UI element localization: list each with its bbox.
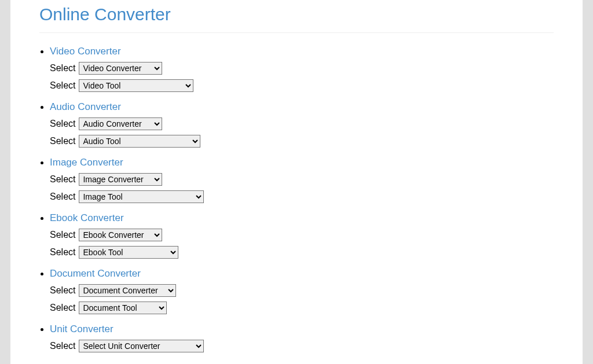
list-item: Ebook Converter Select Ebook Converter S… <box>50 210 554 259</box>
document-converter-link[interactable]: Document Converter <box>50 268 141 280</box>
list-item: Document Converter Select Document Conve… <box>50 266 554 314</box>
converter-list: Video Converter Select Video Converter S… <box>39 43 554 352</box>
image-tool-select[interactable]: Image Tool <box>79 190 204 203</box>
document-converter-select[interactable]: Document Converter <box>79 284 176 297</box>
audio-converter-select[interactable]: Audio Converter <box>79 117 162 130</box>
select-label: Select <box>50 63 75 73</box>
audio-converter-link[interactable]: Audio Converter <box>50 101 121 113</box>
select-row: Select Image Converter <box>50 173 554 186</box>
image-converter-link[interactable]: Image Converter <box>50 157 123 168</box>
select-row: Select Image Tool <box>50 190 554 203</box>
select-row: Select Ebook Tool <box>50 246 554 259</box>
unit-converter-select[interactable]: Select Unit Converter <box>79 340 204 352</box>
select-row: Select Document Converter <box>50 284 554 297</box>
video-tool-select[interactable]: Video Tool <box>79 79 193 92</box>
select-row: Select Audio Converter <box>50 117 554 130</box>
video-converter-link[interactable]: Video Converter <box>50 46 121 57</box>
select-row: Select Document Tool <box>50 302 554 314</box>
page-title: Online Converter <box>39 0 554 33</box>
list-item: Unit Converter Select Select Unit Conver… <box>50 321 554 352</box>
select-row: Select Select Unit Converter <box>50 340 554 352</box>
select-label: Select <box>50 285 75 296</box>
video-converter-select[interactable]: Video Converter <box>79 62 162 75</box>
ebook-tool-select[interactable]: Ebook Tool <box>79 246 178 259</box>
select-row: Select Ebook Converter <box>50 229 554 241</box>
select-label: Select <box>50 119 75 129</box>
list-item: Video Converter Select Video Converter S… <box>50 43 554 92</box>
select-label: Select <box>50 230 75 240</box>
select-label: Select <box>50 192 75 202</box>
list-item: Audio Converter Select Audio Converter S… <box>50 99 554 148</box>
ebook-converter-link[interactable]: Ebook Converter <box>50 212 124 224</box>
select-label: Select <box>50 247 75 258</box>
unit-converter-link[interactable]: Unit Converter <box>50 323 114 335</box>
select-label: Select <box>50 174 75 185</box>
list-item: Image Converter Select Image Converter S… <box>50 155 554 203</box>
image-converter-select[interactable]: Image Converter <box>79 173 162 186</box>
select-label: Select <box>50 136 75 146</box>
document-tool-select[interactable]: Document Tool <box>79 302 167 314</box>
main-container: Online Converter Video Converter Select … <box>10 0 583 364</box>
select-label: Select <box>50 80 75 91</box>
select-label: Select <box>50 341 75 351</box>
select-row: Select Video Tool <box>50 79 554 92</box>
select-label: Select <box>50 303 75 313</box>
select-row: Select Video Converter <box>50 62 554 75</box>
select-row: Select Audio Tool <box>50 135 554 148</box>
ebook-converter-select[interactable]: Ebook Converter <box>79 229 162 241</box>
audio-tool-select[interactable]: Audio Tool <box>79 135 200 148</box>
